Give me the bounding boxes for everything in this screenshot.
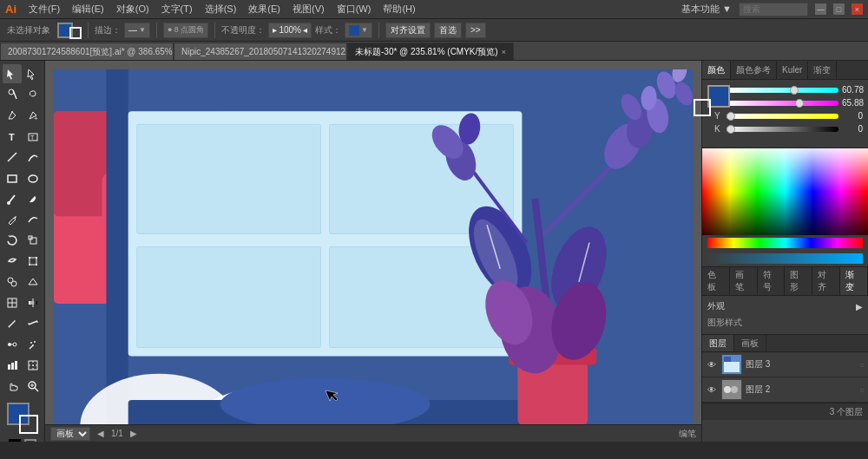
align-tab[interactable]: 对齐	[812, 267, 840, 295]
layer-3-visibility[interactable]: 👁	[706, 358, 718, 370]
direct-selection-tool[interactable]	[23, 64, 43, 83]
menu-text[interactable]: 文字(T)	[156, 1, 198, 17]
maximize-button[interactable]: □	[833, 3, 845, 15]
brush-tool[interactable]	[3, 189, 22, 208]
tab-3-label: 未标题-30* @ 235.81% (CMYK/预览)	[355, 46, 498, 58]
stroke-selector[interactable]: — ▼	[124, 23, 150, 38]
smooth-tool[interactable]	[23, 210, 43, 229]
perspective-tool[interactable]	[23, 272, 43, 292]
free-transform-tool[interactable]	[23, 252, 43, 271]
hand-tool[interactable]	[3, 377, 22, 396]
menu-window[interactable]: 窗口(W)	[332, 1, 377, 17]
style-field[interactable]: ▼	[345, 23, 372, 38]
menu-help[interactable]: 帮助(H)	[378, 1, 420, 17]
color-spectrum[interactable]	[702, 148, 868, 235]
arc-tool[interactable]	[23, 148, 43, 167]
workspace-label: 基本功能 ▼	[681, 3, 732, 16]
m-slider[interactable]	[727, 101, 838, 106]
scale-tool[interactable]	[23, 231, 43, 250]
menu-view[interactable]: 视图(V)	[287, 1, 330, 17]
layer-2-name: 图层 2	[746, 384, 856, 396]
rotate-tool[interactable]	[3, 231, 22, 250]
k-slider[interactable]	[727, 127, 838, 132]
magic-wand-tool[interactable]	[3, 85, 22, 104]
panel-stroke-swatch[interactable]	[694, 99, 711, 116]
lasso-tool[interactable]	[23, 85, 43, 104]
line-tool[interactable]	[3, 148, 22, 167]
gradient-tool[interactable]	[23, 293, 43, 312]
align-button[interactable]: 对齐设置	[385, 23, 431, 38]
artboards-tab[interactable]: 画板	[734, 335, 766, 351]
svg-text:+: +	[34, 115, 38, 121]
tool-row-4: T T	[3, 127, 43, 146]
menu-object[interactable]: 对象(O)	[111, 1, 155, 17]
layer-2-visibility[interactable]: 👁	[706, 384, 718, 396]
status-dropdown-1[interactable]: 画板 图层	[50, 427, 90, 441]
hue-strip[interactable]	[707, 238, 863, 248]
symbol-sprayer-tool[interactable]	[23, 335, 43, 354]
layers-tab[interactable]: 图层	[702, 335, 734, 351]
nav-forward[interactable]: ▶	[130, 429, 137, 438]
svg-rect-36	[11, 363, 14, 370]
gradient-tab[interactable]: 渐变	[808, 61, 837, 79]
close-button[interactable]: ×	[852, 3, 863, 15]
search-input[interactable]	[739, 3, 808, 16]
kuler-tab[interactable]: Kuler	[777, 61, 808, 79]
eyedropper-tool[interactable]	[3, 314, 22, 333]
slice-tool[interactable]	[23, 356, 43, 375]
c-slider[interactable]	[727, 88, 838, 93]
tab-3[interactable]: 未标题-30* @ 235.81% (CMYK/预览) ×	[347, 43, 514, 60]
swap-colors-button[interactable]: ⇄	[24, 439, 36, 442]
appearance-header[interactable]: 外观 ▶	[707, 298, 863, 314]
selection-tool[interactable]	[3, 64, 22, 83]
swatches-tab[interactable]: 色板	[702, 267, 730, 295]
nav-back[interactable]: ◀	[97, 429, 104, 438]
add-anchor-tool[interactable]: +	[23, 106, 43, 125]
canvas-area[interactable]: 画板 图层 ◀ 1/1 ▶ 编笔	[45, 61, 701, 442]
first-button[interactable]: 首选	[434, 23, 462, 38]
tab-3-close[interactable]: ×	[502, 48, 506, 56]
menu-select[interactable]: 选择(S)	[200, 1, 242, 17]
graphic-styles-tab[interactable]: 图形	[785, 267, 812, 295]
layer-2-options[interactable]: ○	[859, 385, 865, 395]
transform-tab[interactable]: 渐变	[840, 267, 868, 295]
tab-1[interactable]: 20087301724588601[预览].ai* @ 386.65% (RGB…	[0, 43, 174, 60]
y-slider[interactable]	[727, 114, 838, 119]
rect-tool[interactable]	[3, 168, 22, 187]
m-slider-row: M 65.88	[714, 98, 863, 108]
menu-file[interactable]: 文件(F)	[23, 1, 65, 17]
alpha-strip[interactable]	[707, 253, 863, 264]
minimize-button[interactable]: —	[815, 3, 826, 15]
layer-3-options[interactable]: ○	[859, 360, 865, 370]
pen-tool[interactable]	[3, 106, 22, 125]
blob-brush-tool[interactable]	[23, 189, 43, 208]
warp-tool[interactable]	[3, 252, 22, 271]
color-tab[interactable]: 颜色	[702, 61, 731, 79]
layer-3-thumbnail	[721, 354, 742, 375]
column-graph-tool[interactable]	[3, 356, 22, 375]
stroke-swatch[interactable]	[19, 415, 38, 434]
shape-builder-tool[interactable]	[3, 272, 22, 292]
zoom-tool[interactable]	[23, 377, 43, 396]
extra-button[interactable]: >>	[465, 23, 486, 38]
type-tool[interactable]: T	[3, 127, 22, 146]
toolbar-stroke-color[interactable]	[69, 27, 82, 39]
pencil-tool[interactable]	[3, 210, 22, 229]
mesh-tool[interactable]	[3, 293, 22, 312]
brushes-tab[interactable]: 画笔	[730, 267, 758, 295]
artwork[interactable]	[54, 69, 693, 424]
tab-2[interactable]: Nipic_24385267_20180507141320274912.ai* …	[174, 43, 347, 60]
menu-effect[interactable]: 效果(E)	[243, 1, 286, 17]
blend-tool[interactable]	[3, 335, 22, 354]
layer-item-3[interactable]: 👁 图层 3 ○	[702, 352, 868, 377]
color-guide-tab[interactable]: 颜色参考	[731, 61, 777, 79]
ellipse-tool[interactable]	[23, 168, 43, 187]
default-colors-button[interactable]	[9, 439, 21, 442]
tool-row-13	[3, 314, 43, 333]
opacity-field[interactable]: ▸ 100% ◂	[268, 23, 312, 38]
menu-edit[interactable]: 编辑(E)	[67, 1, 109, 17]
measure-tool[interactable]	[23, 314, 43, 333]
layer-item-2[interactable]: 👁 图层 2 ○	[702, 377, 868, 403]
symbols-tab[interactable]: 符号	[758, 267, 786, 295]
area-type-tool[interactable]: T	[23, 127, 43, 146]
